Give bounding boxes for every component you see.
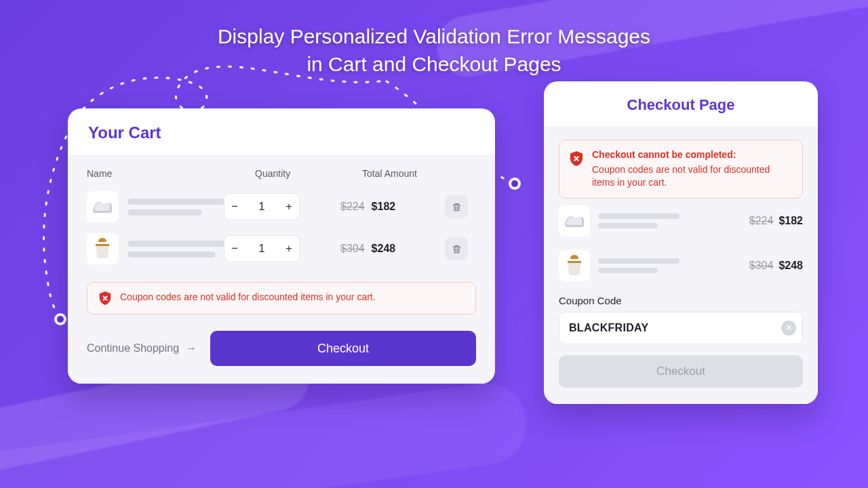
checkout-title: Checkout Page xyxy=(544,81,818,126)
product-thumb-shoes xyxy=(87,191,118,222)
arrow-right-icon: → xyxy=(186,342,197,354)
cart-card: Your Cart Name Quantity Total Amount − 1… xyxy=(68,108,495,384)
checkout-error-banner: Checkout cannot be completed: Coupon cod… xyxy=(559,140,803,199)
col-qty: Quantity xyxy=(255,168,362,179)
page-headline: Display Personalized Validation Error Me… xyxy=(0,23,868,78)
checkout-row: $224 $182 xyxy=(559,199,803,243)
continue-shopping-link[interactable]: Continue Shopping → xyxy=(87,342,197,354)
price-final: $182 xyxy=(778,215,803,227)
col-name: Name xyxy=(87,168,255,179)
checkout-card: Checkout Page Checkout cannot be complet… xyxy=(544,81,818,404)
cart-row: − 1 + $224 $182 xyxy=(87,186,476,228)
continue-label: Continue Shopping xyxy=(87,342,179,354)
quantity-stepper[interactable]: − 1 + xyxy=(224,235,300,262)
qty-value: 1 xyxy=(258,242,264,256)
trash-icon xyxy=(452,202,462,212)
cart-title: Your Cart xyxy=(68,108,495,155)
coupon-input[interactable] xyxy=(559,312,803,344)
cart-row: − 1 + $304 $248 xyxy=(87,228,476,270)
qty-value: 1 xyxy=(258,200,264,214)
checkout-row: $304 $248 xyxy=(559,243,803,288)
checkout-error-title: Checkout cannot be completed: xyxy=(592,148,793,162)
qty-plus-icon[interactable]: + xyxy=(285,200,292,214)
product-thumb-bag xyxy=(559,250,590,281)
delete-button[interactable] xyxy=(445,195,468,218)
coupon-label: Coupon Code xyxy=(559,295,803,306)
quantity-stepper[interactable]: − 1 + xyxy=(224,193,300,220)
qty-minus-icon[interactable]: − xyxy=(231,242,238,256)
qty-plus-icon[interactable]: + xyxy=(285,242,292,256)
checkout-button[interactable]: Checkout xyxy=(210,331,476,366)
shield-error-icon xyxy=(98,291,112,306)
price-original: $224 xyxy=(340,201,365,213)
product-thumb-shoes xyxy=(559,205,590,237)
price-final: $248 xyxy=(778,260,803,272)
product-thumb-bag xyxy=(87,233,118,264)
price-original: $224 xyxy=(749,215,774,227)
trash-icon xyxy=(452,244,462,254)
checkout-button-disabled: Checkout xyxy=(559,355,803,388)
price-final: $248 xyxy=(372,243,396,255)
checkout-error-body: Coupon codes are not valid for discounte… xyxy=(592,164,770,188)
price-original: $304 xyxy=(340,243,365,255)
clear-coupon-button[interactable]: ✕ xyxy=(781,321,796,336)
cart-error-text: Coupon codes are not valid for discounte… xyxy=(120,291,376,304)
col-total: Total Amount xyxy=(362,168,476,179)
cart-columns: Name Quantity Total Amount xyxy=(87,168,476,179)
close-icon: ✕ xyxy=(785,323,793,333)
connector-dot-right xyxy=(509,178,521,190)
checkout-label: Checkout xyxy=(656,365,705,378)
price-original: $304 xyxy=(749,260,774,272)
cart-error-banner: Coupon codes are not valid for discounte… xyxy=(87,282,476,314)
delete-button[interactable] xyxy=(445,237,468,260)
price-final: $182 xyxy=(372,201,396,213)
checkout-label: Checkout xyxy=(317,342,369,356)
qty-minus-icon[interactable]: − xyxy=(231,200,238,214)
shield-error-icon xyxy=(569,150,584,167)
connector-dot-left xyxy=(54,313,66,325)
